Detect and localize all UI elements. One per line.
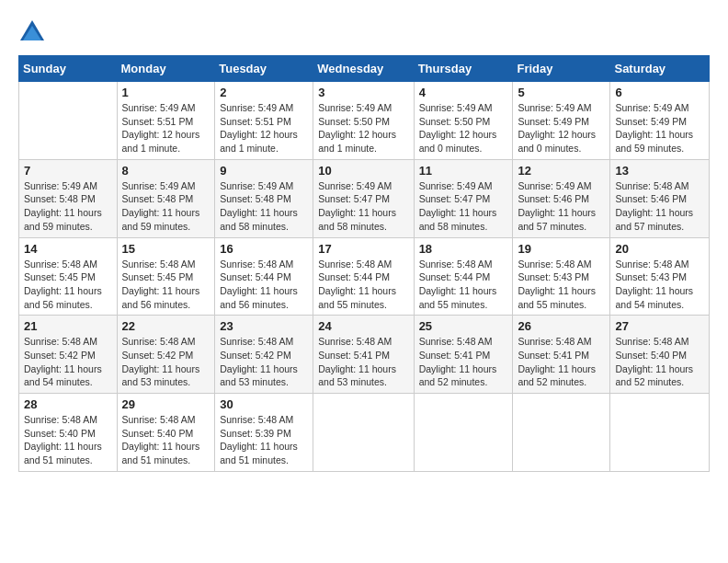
header-cell-sunday: Sunday: [19, 56, 118, 82]
day-number: 3: [318, 86, 408, 99]
day-detail: Sunrise: 5:48 AM Sunset: 5:39 PM Dayligh…: [220, 413, 308, 467]
calendar-cell: 25Sunrise: 5:48 AM Sunset: 5:41 PM Dayli…: [414, 316, 513, 394]
calendar-header: SundayMondayTuesdayWednesdayThursdayFrid…: [19, 56, 710, 82]
day-detail: Sunrise: 5:49 AM Sunset: 5:50 PM Dayligh…: [318, 101, 408, 155]
day-number: 2: [220, 86, 308, 99]
calendar-cell: 12Sunrise: 5:49 AM Sunset: 5:46 PM Dayli…: [513, 159, 610, 237]
day-detail: Sunrise: 5:48 AM Sunset: 5:46 PM Dayligh…: [615, 179, 704, 234]
day-number: 16: [220, 242, 308, 256]
day-detail: Sunrise: 5:48 AM Sunset: 5:40 PM Dayligh…: [24, 413, 112, 467]
calendar-cell: 28Sunrise: 5:48 AM Sunset: 5:40 PM Dayli…: [19, 394, 118, 472]
day-number: 28: [24, 397, 112, 411]
calendar-cell: [513, 394, 610, 472]
day-detail: Sunrise: 5:48 AM Sunset: 5:44 PM Dayligh…: [318, 258, 408, 312]
day-number: 1: [122, 86, 210, 99]
page-header: [18, 18, 710, 46]
header-cell-monday: Monday: [117, 56, 215, 82]
day-detail: Sunrise: 5:49 AM Sunset: 5:50 PM Dayligh…: [419, 101, 508, 155]
day-number: 21: [24, 319, 112, 333]
day-number: 18: [419, 242, 508, 256]
day-number: 26: [518, 319, 605, 333]
calendar-cell: 11Sunrise: 5:49 AM Sunset: 5:47 PM Dayli…: [414, 159, 513, 237]
calendar-cell: 24Sunrise: 5:48 AM Sunset: 5:41 PM Dayli…: [313, 316, 414, 394]
calendar-cell: 2Sunrise: 5:49 AM Sunset: 5:51 PM Daylig…: [215, 82, 313, 160]
calendar-cell: 26Sunrise: 5:48 AM Sunset: 5:41 PM Dayli…: [513, 316, 610, 394]
calendar-cell: 21Sunrise: 5:48 AM Sunset: 5:42 PM Dayli…: [19, 316, 118, 394]
calendar-cell: 6Sunrise: 5:49 AM Sunset: 5:49 PM Daylig…: [610, 82, 710, 160]
day-detail: Sunrise: 5:49 AM Sunset: 5:47 PM Dayligh…: [419, 179, 508, 234]
day-detail: Sunrise: 5:49 AM Sunset: 5:51 PM Dayligh…: [220, 101, 308, 155]
header-cell-tuesday: Tuesday: [215, 56, 313, 82]
calendar-cell: 14Sunrise: 5:48 AM Sunset: 5:45 PM Dayli…: [19, 237, 118, 316]
day-number: 12: [518, 164, 605, 178]
day-number: 14: [24, 242, 112, 256]
day-detail: Sunrise: 5:48 AM Sunset: 5:42 PM Dayligh…: [24, 335, 112, 389]
day-detail: Sunrise: 5:49 AM Sunset: 5:51 PM Dayligh…: [122, 101, 210, 155]
header-cell-thursday: Thursday: [414, 56, 513, 82]
calendar-cell: 23Sunrise: 5:48 AM Sunset: 5:42 PM Dayli…: [215, 316, 313, 394]
day-detail: Sunrise: 5:48 AM Sunset: 5:41 PM Dayligh…: [419, 335, 508, 389]
day-number: 5: [518, 86, 605, 99]
logo-icon: [18, 18, 46, 46]
header-row: SundayMondayTuesdayWednesdayThursdayFrid…: [19, 56, 710, 82]
day-detail: Sunrise: 5:49 AM Sunset: 5:49 PM Dayligh…: [615, 101, 704, 155]
day-detail: Sunrise: 5:48 AM Sunset: 5:42 PM Dayligh…: [220, 335, 308, 389]
day-detail: Sunrise: 5:49 AM Sunset: 5:48 PM Dayligh…: [220, 179, 308, 234]
calendar-cell: 1Sunrise: 5:49 AM Sunset: 5:51 PM Daylig…: [117, 82, 215, 160]
calendar-cell: 7Sunrise: 5:49 AM Sunset: 5:48 PM Daylig…: [19, 159, 118, 237]
calendar-cell: 19Sunrise: 5:48 AM Sunset: 5:43 PM Dayli…: [513, 237, 610, 316]
calendar-cell: [414, 394, 513, 472]
day-detail: Sunrise: 5:49 AM Sunset: 5:48 PM Dayligh…: [122, 179, 210, 234]
calendar-week-2: 7Sunrise: 5:49 AM Sunset: 5:48 PM Daylig…: [19, 159, 710, 237]
calendar-cell: 22Sunrise: 5:48 AM Sunset: 5:42 PM Dayli…: [117, 316, 215, 394]
day-detail: Sunrise: 5:48 AM Sunset: 5:43 PM Dayligh…: [518, 258, 605, 312]
day-number: 9: [220, 164, 308, 178]
calendar-cell: [610, 394, 710, 472]
day-detail: Sunrise: 5:48 AM Sunset: 5:43 PM Dayligh…: [615, 258, 704, 312]
day-detail: Sunrise: 5:49 AM Sunset: 5:47 PM Dayligh…: [318, 179, 408, 234]
day-number: 17: [318, 242, 408, 256]
day-number: 24: [318, 319, 408, 333]
header-cell-friday: Friday: [513, 56, 610, 82]
day-detail: Sunrise: 5:48 AM Sunset: 5:40 PM Dayligh…: [122, 413, 210, 467]
calendar-cell: 18Sunrise: 5:48 AM Sunset: 5:44 PM Dayli…: [414, 237, 513, 316]
calendar-cell: [313, 394, 414, 472]
day-number: 27: [615, 319, 704, 333]
calendar-cell: [19, 82, 118, 160]
day-number: 25: [419, 319, 508, 333]
day-number: 15: [122, 242, 210, 256]
calendar-cell: 15Sunrise: 5:48 AM Sunset: 5:45 PM Dayli…: [117, 237, 215, 316]
day-detail: Sunrise: 5:48 AM Sunset: 5:41 PM Dayligh…: [518, 335, 605, 389]
day-detail: Sunrise: 5:48 AM Sunset: 5:42 PM Dayligh…: [122, 335, 210, 389]
day-number: 4: [419, 86, 508, 99]
logo: [18, 18, 50, 46]
calendar-body: 1Sunrise: 5:49 AM Sunset: 5:51 PM Daylig…: [19, 82, 710, 472]
header-cell-saturday: Saturday: [610, 56, 710, 82]
day-number: 10: [318, 164, 408, 178]
day-detail: Sunrise: 5:48 AM Sunset: 5:45 PM Dayligh…: [122, 258, 210, 312]
calendar-cell: 16Sunrise: 5:48 AM Sunset: 5:44 PM Dayli…: [215, 237, 313, 316]
calendar-cell: 5Sunrise: 5:49 AM Sunset: 5:49 PM Daylig…: [513, 82, 610, 160]
calendar-cell: 17Sunrise: 5:48 AM Sunset: 5:44 PM Dayli…: [313, 237, 414, 316]
calendar-table: SundayMondayTuesdayWednesdayThursdayFrid…: [18, 55, 710, 472]
calendar-cell: 29Sunrise: 5:48 AM Sunset: 5:40 PM Dayli…: [117, 394, 215, 472]
day-number: 8: [122, 164, 210, 178]
day-detail: Sunrise: 5:48 AM Sunset: 5:40 PM Dayligh…: [615, 335, 704, 389]
calendar-cell: 10Sunrise: 5:49 AM Sunset: 5:47 PM Dayli…: [313, 159, 414, 237]
day-number: 29: [122, 397, 210, 411]
day-detail: Sunrise: 5:49 AM Sunset: 5:48 PM Dayligh…: [24, 179, 112, 234]
calendar-cell: 30Sunrise: 5:48 AM Sunset: 5:39 PM Dayli…: [215, 394, 313, 472]
calendar-week-5: 28Sunrise: 5:48 AM Sunset: 5:40 PM Dayli…: [19, 394, 710, 472]
calendar-week-3: 14Sunrise: 5:48 AM Sunset: 5:45 PM Dayli…: [19, 237, 710, 316]
day-number: 7: [24, 164, 112, 178]
day-number: 19: [518, 242, 605, 256]
calendar-cell: 20Sunrise: 5:48 AM Sunset: 5:43 PM Dayli…: [610, 237, 710, 316]
day-detail: Sunrise: 5:49 AM Sunset: 5:49 PM Dayligh…: [518, 101, 605, 155]
calendar-cell: 8Sunrise: 5:49 AM Sunset: 5:48 PM Daylig…: [117, 159, 215, 237]
day-number: 13: [615, 164, 704, 178]
day-number: 11: [419, 164, 508, 178]
calendar-cell: 3Sunrise: 5:49 AM Sunset: 5:50 PM Daylig…: [313, 82, 414, 160]
day-number: 23: [220, 319, 308, 333]
day-detail: Sunrise: 5:49 AM Sunset: 5:46 PM Dayligh…: [518, 179, 605, 234]
day-detail: Sunrise: 5:48 AM Sunset: 5:45 PM Dayligh…: [24, 258, 112, 312]
